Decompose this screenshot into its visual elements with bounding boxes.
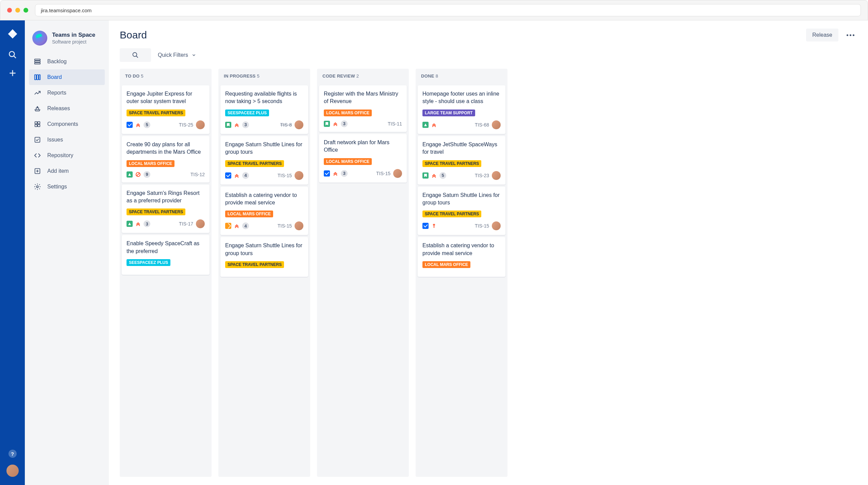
board-search-input[interactable] [120, 48, 151, 62]
story-points-badge: 3 [341, 120, 348, 127]
card-epic-tag: LOCAL MARS OFFICE [324, 110, 372, 116]
board-card[interactable]: Establish a catering vendor to provide m… [220, 187, 308, 235]
issue-type-story-icon [422, 122, 429, 128]
issue-key: TIS-12 [190, 172, 205, 177]
column-count: 8 [436, 73, 438, 79]
sidebar-item-label: Add item [47, 168, 69, 174]
svg-rect-13 [38, 124, 40, 127]
issue-type-subtask-icon [225, 223, 231, 229]
issue-key: TIS-8 [280, 122, 292, 128]
card-epic-tag: SPACE TRAVEL PARTNERS [225, 160, 284, 167]
main-content: Board Release Quick Filters TO DO 5 Enga… [109, 20, 868, 485]
project-avatar-icon [32, 31, 47, 46]
assignee-avatar [492, 120, 501, 129]
card-title: Establish a catering vendor to provide m… [225, 191, 303, 207]
column-cards: Register with the Mars Ministry of Reven… [317, 83, 409, 477]
assignee-avatar [492, 221, 501, 230]
priority-highest-icon [431, 122, 437, 128]
story-points-badge: 4 [242, 172, 249, 179]
release-button[interactable]: Release [806, 29, 838, 41]
sidebar-item-settings[interactable]: Settings [29, 179, 105, 195]
maximize-window-icon[interactable] [23, 8, 28, 13]
issue-type-story-icon [422, 172, 429, 179]
issue-type-story-icon [324, 121, 330, 127]
priority-highest-icon [234, 223, 239, 229]
sidebar-item-issues[interactable]: Issues [29, 132, 105, 148]
card-title: Engage Saturn Shuttle Lines for group to… [225, 242, 303, 257]
browser-chrome: jira.teamsinspace.com [0, 0, 868, 20]
sidebar-item-board[interactable]: Board [29, 69, 105, 85]
assignee-avatar [295, 221, 303, 230]
url-bar[interactable]: jira.teamsinspace.com [35, 4, 861, 16]
board-card[interactable]: Engage Saturn Shuttle Lines for group to… [220, 136, 308, 185]
svg-rect-7 [35, 75, 36, 80]
column-cards: Engage Jupiter Express for outer solar s… [120, 83, 212, 477]
project-sidebar: Teams in Space Software project BacklogB… [25, 20, 109, 485]
card-epic-tag: LARGE TEAM SUPPORT [422, 110, 475, 116]
sidebar-item-backlog[interactable]: Backlog [29, 54, 105, 69]
card-title: Draft network plan for Mars Office [324, 139, 402, 154]
chevron-down-icon [191, 53, 196, 57]
reports-icon [34, 89, 41, 97]
board-card[interactable]: Engage Saturn's Rings Resort as a prefer… [122, 185, 210, 233]
sidebar-item-repository[interactable]: Repository [29, 148, 105, 163]
svg-rect-9 [39, 75, 40, 80]
help-icon[interactable]: ? [9, 450, 17, 458]
sidebar-item-reports[interactable]: Reports [29, 85, 105, 101]
sidebar-item-label: Backlog [47, 58, 67, 65]
priority-highest-icon [234, 173, 239, 178]
story-points-badge: 5 [144, 121, 150, 128]
minimize-window-icon[interactable] [15, 8, 20, 13]
user-avatar[interactable] [6, 465, 19, 477]
svg-rect-14 [35, 137, 40, 143]
create-icon[interactable] [8, 69, 17, 78]
board-card[interactable]: Homepage footer uses an inline style - s… [418, 85, 505, 134]
component-icon [34, 120, 41, 128]
sidebar-item-label: Settings [47, 184, 67, 190]
board-card[interactable]: Engage JetShuttle SpaceWays for travel S… [418, 136, 505, 185]
board-card[interactable]: Requesting available flights is now taki… [220, 85, 308, 134]
close-window-icon[interactable] [7, 8, 12, 13]
column-header: DONE 8 [416, 69, 507, 83]
card-epic-tag: LOCAL MARS OFFICE [324, 158, 372, 165]
jira-logo-icon[interactable] [6, 29, 19, 41]
assignee-avatar [492, 171, 501, 180]
sidebar-item-label: Releases [47, 105, 70, 112]
board-icon [34, 73, 41, 81]
quick-filters-dropdown[interactable]: Quick Filters [158, 52, 196, 58]
assignee-avatar [393, 169, 402, 178]
more-actions-icon[interactable] [844, 32, 857, 39]
sidebar-item-label: Issues [47, 137, 63, 143]
board-card[interactable]: Register with the Mars Ministry of Reven… [319, 85, 407, 132]
issue-key: TIS-15 [278, 223, 292, 229]
issue-key: TIS-15 [475, 223, 489, 229]
board-card[interactable]: Enable Speedy SpaceCraft as the preferre… [122, 235, 210, 275]
svg-rect-10 [35, 122, 37, 124]
board-card[interactable]: Engage Jupiter Express for outer solar s… [122, 85, 210, 134]
issue-type-story-icon [127, 171, 133, 178]
board-card[interactable]: Establish a catering vendor to provide m… [418, 237, 505, 277]
board-card[interactable]: Engage Saturn Shuttle Lines for group to… [418, 187, 505, 235]
code-icon [34, 152, 41, 159]
issue-key: TIS-25 [179, 122, 193, 128]
card-epic-tag: SPACE TRAVEL PARTNERS [422, 160, 481, 167]
sidebar-item-releases[interactable]: Releases [29, 101, 105, 116]
card-epic-tag: SPACE TRAVEL PARTNERS [127, 110, 185, 116]
priority-highest-icon [333, 121, 338, 127]
card-epic-tag: LOCAL MARS OFFICE [225, 211, 273, 217]
svg-point-0 [9, 51, 14, 56]
column-header: TO DO 5 [120, 69, 212, 83]
board-card[interactable]: Engage Saturn Shuttle Lines for group to… [220, 237, 308, 277]
board-card[interactable]: Create 90 day plans for all departments … [122, 136, 210, 183]
project-title: Teams in Space [52, 32, 95, 38]
sidebar-item-add-item[interactable]: Add item [29, 163, 105, 179]
priority-highest-icon [234, 122, 239, 128]
sidebar-item-components[interactable]: Components [29, 116, 105, 132]
search-icon[interactable] [8, 50, 17, 59]
card-epic-tag: SPACE TRAVEL PARTNERS [127, 208, 185, 215]
svg-rect-12 [35, 124, 37, 127]
assignee-avatar [196, 219, 205, 228]
issue-type-task-icon [225, 172, 231, 179]
project-header[interactable]: Teams in Space Software project [29, 29, 105, 48]
board-card[interactable]: Draft network plan for Mars Office LOCAL… [319, 134, 407, 183]
